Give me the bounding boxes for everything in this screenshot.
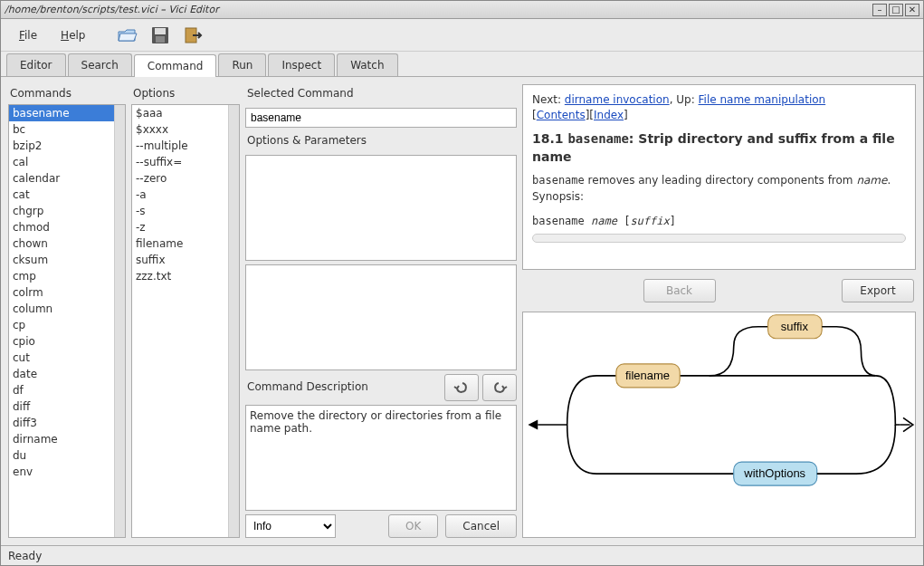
- list-item[interactable]: --multiple: [132, 138, 228, 154]
- statusbar: Ready: [1, 545, 923, 565]
- options-list[interactable]: $aaa$xxxx--multiple--suffix=--zero-a-s-z…: [132, 105, 228, 537]
- commands-label: Commands: [8, 84, 126, 104]
- menubar: File Help: [1, 19, 923, 52]
- list-item[interactable]: cmp: [9, 268, 114, 284]
- svg-text:withOptions: withOptions: [743, 466, 805, 480]
- commands-list[interactable]: basenamebcbzip2calcalendarcatchgrpchmodc…: [9, 105, 114, 537]
- list-item[interactable]: env: [9, 464, 114, 480]
- tab-search[interactable]: Search: [68, 53, 132, 76]
- list-item[interactable]: cal: [9, 154, 114, 170]
- syntax-diagram: suffix filename withOptions: [522, 312, 916, 538]
- list-item[interactable]: zzz.txt: [132, 268, 228, 284]
- help-para: basename removes any leading directory c…: [532, 173, 906, 205]
- list-item[interactable]: suffix: [132, 252, 228, 268]
- tab-command[interactable]: Command: [134, 54, 217, 77]
- list-item[interactable]: -z: [132, 219, 228, 235]
- menu-file[interactable]: File: [10, 25, 46, 45]
- list-item[interactable]: basename: [9, 105, 114, 121]
- menu-help[interactable]: Help: [52, 25, 94, 45]
- list-item[interactable]: cpio: [9, 333, 114, 350]
- scrollbar[interactable]: [228, 105, 239, 537]
- tabbar: Editor Search Command Run Inspect Watch: [1, 52, 923, 77]
- list-item[interactable]: column: [9, 301, 114, 317]
- scrollbar[interactable]: [114, 105, 125, 537]
- options-params-area[interactable]: [245, 155, 517, 261]
- titlebar: /home/brenton/scripts/test.vici – Vici E…: [1, 1, 923, 19]
- ok-button[interactable]: OK: [388, 514, 438, 538]
- maximize-button[interactable]: □: [889, 4, 903, 16]
- redo-icon[interactable]: [482, 374, 517, 401]
- cancel-button[interactable]: Cancel: [445, 514, 517, 538]
- link-up[interactable]: File name manipulation: [699, 93, 826, 106]
- info-select[interactable]: Info: [245, 514, 336, 538]
- undo-icon[interactable]: [444, 374, 479, 401]
- link-index[interactable]: Index: [594, 109, 624, 121]
- list-item[interactable]: bzip2: [9, 138, 114, 154]
- list-item[interactable]: date: [9, 366, 114, 382]
- list-item[interactable]: filename: [132, 235, 228, 252]
- list-item[interactable]: $aaa: [132, 105, 228, 121]
- list-item[interactable]: --zero: [132, 170, 228, 187]
- list-item[interactable]: -s: [132, 203, 228, 219]
- help-scrollbar[interactable]: [532, 234, 906, 243]
- svg-text:suffix: suffix: [781, 320, 809, 333]
- description-text[interactable]: Remove the directory or directories from…: [245, 405, 517, 511]
- options-params-area2[interactable]: [245, 264, 517, 370]
- list-item[interactable]: -a: [132, 187, 228, 203]
- link-contents[interactable]: Contents: [537, 109, 586, 121]
- status-text: Ready: [8, 550, 42, 562]
- back-button[interactable]: Back: [643, 279, 716, 302]
- list-item[interactable]: dirname: [9, 431, 114, 447]
- list-item[interactable]: cksum: [9, 252, 114, 268]
- open-icon[interactable]: [114, 23, 141, 48]
- export-button[interactable]: Export: [842, 279, 914, 302]
- list-item[interactable]: df: [9, 382, 114, 398]
- selected-command-input[interactable]: [245, 108, 517, 128]
- list-item[interactable]: bc: [9, 121, 114, 138]
- list-item[interactable]: chown: [9, 235, 114, 252]
- list-item[interactable]: cp: [9, 317, 114, 333]
- svg-text:filename: filename: [625, 369, 670, 382]
- list-item[interactable]: chmod: [9, 219, 114, 235]
- tab-run[interactable]: Run: [218, 53, 266, 76]
- tab-watch[interactable]: Watch: [337, 53, 397, 76]
- tab-inspect[interactable]: Inspect: [268, 53, 335, 76]
- options-params-label: Options & Parameters: [245, 131, 517, 151]
- selected-command-label: Selected Command: [245, 84, 517, 104]
- exit-icon[interactable]: [179, 23, 206, 48]
- help-panel: Next: dirname invocation, Up: File name …: [522, 84, 916, 270]
- list-item[interactable]: cut: [9, 350, 114, 366]
- list-item[interactable]: --suffix=: [132, 154, 228, 170]
- save-icon[interactable]: [147, 23, 174, 48]
- list-item[interactable]: diff: [9, 398, 114, 415]
- list-item[interactable]: diff3: [9, 415, 114, 431]
- link-next[interactable]: dirname invocation: [565, 93, 670, 106]
- svg-rect-2: [156, 36, 165, 43]
- tab-editor[interactable]: Editor: [6, 53, 66, 76]
- help-synopsis: basename name [suffix]: [532, 214, 906, 229]
- list-item[interactable]: cat: [9, 187, 114, 203]
- list-item[interactable]: $xxxx: [132, 121, 228, 138]
- minimize-button[interactable]: –: [872, 4, 887, 16]
- list-item[interactable]: chgrp: [9, 203, 114, 219]
- options-label: Options: [131, 84, 240, 104]
- help-heading: 18.1 basename: Strip directory and suffi…: [532, 130, 906, 167]
- svg-rect-1: [155, 28, 166, 34]
- list-item[interactable]: du: [9, 447, 114, 464]
- close-button[interactable]: ✕: [905, 4, 919, 16]
- description-label: Command Description: [245, 378, 441, 398]
- window-title: /home/brenton/scripts/test.vici – Vici E…: [5, 4, 872, 15]
- list-item[interactable]: calendar: [9, 170, 114, 187]
- list-item[interactable]: colrm: [9, 284, 114, 301]
